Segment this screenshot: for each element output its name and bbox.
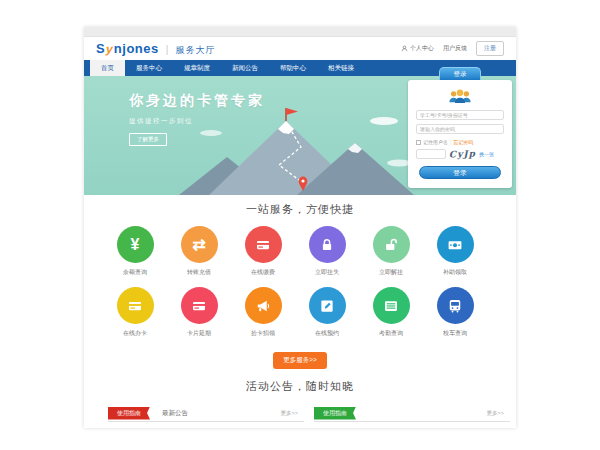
nav-item-3[interactable]: 新闻公告 [221, 60, 269, 76]
captcha-image[interactable]: CyJp [449, 149, 476, 160]
service-item[interactable]: 立即解挂 [359, 226, 423, 277]
remember-divider: | [450, 139, 451, 145]
unlock-icon [382, 236, 400, 254]
services-grid: ¥ 余额查询 ⇄ 转账充值 在线缴费 立即挂失 立即解挂 补助领取 在线办卡 [84, 217, 516, 348]
login-tab[interactable]: 登录 [439, 67, 481, 80]
service-item[interactable]: ¥ 余额查询 [103, 226, 167, 277]
remember-checkbox[interactable] [416, 140, 421, 145]
forgot-password-link[interactable]: 忘记密码 [453, 139, 473, 145]
service-circle: ⇄ [181, 226, 218, 263]
service-label: 立即挂失 [315, 268, 339, 277]
megaphone-icon [254, 297, 272, 315]
hero-text: 你身边的卡管专家 提供捷径一步到位 了解更多 [129, 92, 265, 146]
card-icon [126, 297, 144, 315]
service-item[interactable]: 拾卡招领 [231, 287, 295, 338]
card-icon [254, 236, 272, 254]
guide-panel-left: 使用指南 最新公告 更多>> [108, 405, 304, 422]
logo-text-prefix: S [96, 41, 105, 56]
service-item[interactable]: 在线预约 [295, 287, 359, 338]
top-strip [84, 27, 516, 37]
banknote-icon [446, 236, 464, 254]
users-group-icon [447, 88, 473, 105]
service-item[interactable]: 考勤查询 [359, 287, 423, 338]
login-submit-button[interactable]: 登录 [419, 166, 501, 179]
nav-item-5[interactable]: 相关链接 [317, 60, 365, 76]
service-label: 校车查询 [443, 329, 467, 338]
page: S y njones | 服务大厅 个人中心 用户反馈 注册 首页服务中心规章制… [84, 27, 516, 428]
service-item[interactable]: ⇄ 转账充值 [167, 226, 231, 277]
service-item[interactable]: 补助领取 [423, 226, 487, 277]
remember-label[interactable]: 记住用户名 [423, 139, 448, 145]
user-feedback-link[interactable]: 用户反馈 [443, 44, 467, 53]
hero-subtitle: 提供捷径一步到位 [129, 117, 265, 126]
service-label: 卡片延期 [187, 329, 211, 338]
hero-title: 你身边的卡管专家 [129, 92, 265, 110]
service-item[interactable]: 校车查询 [423, 287, 487, 338]
guide-panel-right-header: 使用指南 更多>> [314, 405, 510, 422]
service-circle: ¥ [117, 226, 154, 263]
user-feedback-label: 用户反馈 [443, 44, 467, 53]
service-label: 在线预约 [315, 329, 339, 338]
more-services-button[interactable]: 更多服务>> [273, 352, 327, 369]
service-item[interactable]: 在线办卡 [103, 287, 167, 338]
transfer-icon: ⇄ [192, 237, 205, 253]
services-title: 一站服务，方便快捷 [84, 202, 516, 217]
guide-panel-right: 使用指南 更多>> [314, 405, 510, 422]
register-button[interactable]: 注册 [476, 41, 504, 56]
service-circle [181, 287, 218, 324]
logo: S y njones | 服务大厅 [96, 41, 215, 57]
service-circle [245, 226, 282, 263]
edit-icon [318, 297, 336, 315]
logo-text-suffix: njones [114, 41, 159, 56]
login-form: 记住用户名 | 忘记密码 CyJp 换一张 登录 [408, 80, 512, 188]
service-label: 余额查询 [123, 268, 147, 277]
hero-banner: 你身边的卡管专家 提供捷径一步到位 了解更多 登录 记住用户名 | 忘记密码 [84, 76, 516, 195]
service-circle [117, 287, 154, 324]
lock-icon [318, 236, 336, 254]
password-input[interactable] [416, 124, 504, 134]
usage-guide-ribbon-tab-green[interactable]: 使用指南 [314, 407, 356, 420]
hero-cta-button[interactable]: 了解更多 [129, 133, 167, 146]
service-circle [245, 287, 282, 324]
nav-item-4[interactable]: 帮助中心 [269, 60, 317, 76]
service-circle [309, 287, 346, 324]
guide-panel-left-header: 使用指南 最新公告 更多>> [108, 405, 304, 422]
person-icon [401, 45, 408, 52]
left-more-link[interactable]: 更多>> [281, 410, 298, 417]
service-label: 立即解挂 [379, 268, 403, 277]
card-icon [190, 297, 208, 315]
announcements-section: 活动公告，随时知晓 使用指南 最新公告 更多>> 使用指南 更多>> [84, 369, 516, 422]
right-more-link[interactable]: 更多>> [487, 410, 504, 417]
service-label: 在线缴费 [251, 268, 275, 277]
service-label: 转账充值 [187, 268, 211, 277]
site-name: 服务大厅 [175, 44, 215, 57]
bus-icon [446, 297, 464, 315]
latest-announcements-tab[interactable]: 最新公告 [162, 409, 188, 418]
service-label: 在线办卡 [123, 329, 147, 338]
service-circle [309, 226, 346, 263]
nav-item-1[interactable]: 服务中心 [125, 60, 173, 76]
service-label: 补助领取 [443, 268, 467, 277]
nav-item-0[interactable]: 首页 [90, 60, 125, 76]
login-card: 登录 记住用户名 | 忘记密码 CyJp 换一张 [408, 67, 512, 188]
captcha-input[interactable] [416, 149, 446, 159]
username-input[interactable] [416, 110, 504, 120]
captcha-refresh-link[interactable]: 换一张 [479, 151, 494, 157]
announcement-panels: 使用指南 最新公告 更多>> 使用指南 更多>> [84, 405, 516, 422]
header-right: 个人中心 用户反馈 注册 [401, 41, 504, 56]
nav-item-2[interactable]: 规章制度 [173, 60, 221, 76]
announcements-title: 活动公告，随时知晓 [84, 379, 516, 394]
service-circle [437, 287, 474, 324]
service-circle [373, 226, 410, 263]
header: S y njones | 服务大厅 个人中心 用户反馈 注册 [84, 37, 516, 60]
usage-guide-ribbon-tab[interactable]: 使用指南 [108, 407, 150, 420]
captcha-row: CyJp 换一张 [416, 149, 504, 159]
service-item[interactable]: 卡片延期 [167, 287, 231, 338]
logo-divider: | [166, 44, 169, 55]
remember-row: 记住用户名 | 忘记密码 [416, 139, 504, 145]
personal-center-link[interactable]: 个人中心 [401, 44, 434, 53]
list-icon [382, 297, 400, 315]
service-item[interactable]: 立即挂失 [295, 226, 359, 277]
service-item[interactable]: 在线缴费 [231, 226, 295, 277]
service-label: 考勤查询 [379, 329, 403, 338]
